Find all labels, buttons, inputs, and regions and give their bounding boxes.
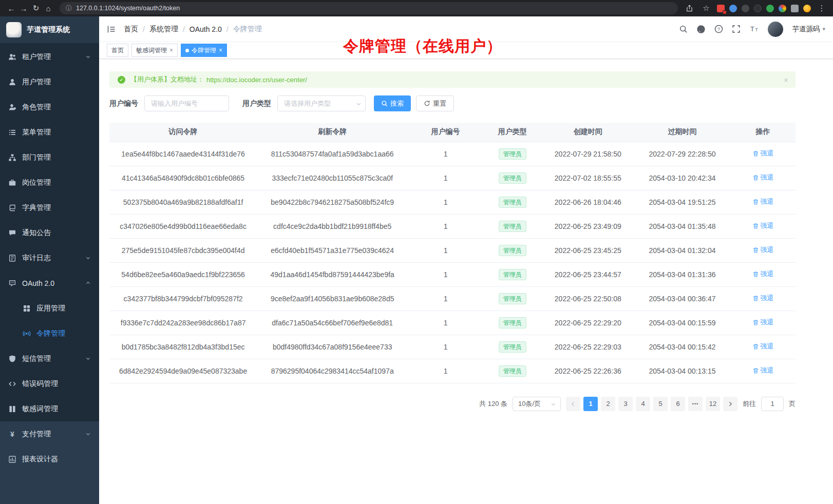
url-bar[interactable]: ⓘ 127.0.0.1:1024/system/oauth2/token	[60, 2, 678, 14]
tab-home[interactable]: 首页	[107, 44, 128, 57]
breadcrumb-separator: /	[183, 25, 185, 33]
breadcrumb-system[interactable]: 系统管理	[149, 25, 178, 34]
breadcrumb-home[interactable]: 首页	[124, 25, 138, 34]
share-icon[interactable]	[683, 2, 695, 14]
force-logout-button[interactable]: 强退	[752, 197, 774, 206]
page-button-4[interactable]: 4	[636, 397, 650, 411]
sidebar-item-oauth-tokens[interactable]: 令牌管理	[0, 321, 99, 346]
sidebar-item-menu[interactable]: 菜单管理	[0, 120, 99, 145]
user-type-select[interactable]	[277, 95, 366, 111]
table-row: 41c41346a548490f9dc8b01c6bfe0865 333ecfc…	[109, 166, 796, 190]
token-broadcast-icon	[23, 329, 31, 338]
page-button-1[interactable]: 1	[583, 397, 598, 411]
force-logout-button[interactable]: 强退	[752, 173, 774, 182]
search-button[interactable]: 搜索	[374, 95, 411, 111]
extensions-puzzle-icon[interactable]	[791, 5, 799, 12]
table-row: f9336e7c7dd242a283ee98dc86b17a87 dfa6c71…	[109, 311, 796, 335]
sidebar-collapse-icon[interactable]	[107, 25, 116, 34]
sidebar-item-announcement[interactable]: 通知公告	[0, 220, 99, 245]
user-avatar[interactable]	[768, 22, 783, 37]
sidebar-item-role[interactable]: 角色管理	[0, 94, 99, 120]
navbar-tools: ? TT 芋道源码 ▾	[679, 22, 825, 37]
cell-refresh-token: 333ecfc71e02480cb11055c875c3ca0f	[257, 166, 408, 190]
page-button-12[interactable]: 12	[706, 397, 720, 411]
help-icon[interactable]: ?	[714, 25, 723, 33]
prev-page-button[interactable]	[566, 397, 580, 411]
reload-icon[interactable]: ↻	[30, 2, 42, 14]
extension-colorful-icon[interactable]	[779, 5, 786, 12]
page-button-3[interactable]: 3	[618, 397, 633, 411]
extension-dark2-icon[interactable]	[754, 5, 762, 12]
cell-user-id: 1	[408, 142, 483, 166]
force-logout-button[interactable]: 强退	[752, 294, 774, 303]
close-tab-icon[interactable]: ×	[169, 47, 173, 53]
next-page-button[interactable]	[723, 397, 737, 411]
tab-sensitive-word[interactable]: 敏感词管理 ×	[131, 44, 178, 57]
browser-profile-avatar[interactable]	[803, 5, 811, 12]
doc-link[interactable]: https://doc.iocoder.cn/user-center/	[206, 76, 307, 84]
svg-text:?: ?	[717, 27, 720, 32]
user-menu[interactable]: 芋道源码 ▾	[792, 25, 825, 34]
sidebar-item-post[interactable]: 岗位管理	[0, 170, 99, 195]
more-pages-button[interactable]: •••	[688, 397, 703, 411]
app-logo[interactable]: 芋道管理系统	[0, 16, 99, 43]
sidebar-item-report-designer[interactable]: 报表设计器	[0, 447, 99, 472]
cell-access-token: b0d1785bc3a8482f812db4a3f3bd15ec	[109, 335, 257, 359]
sidebar-item-oauth-apps[interactable]: 应用管理	[0, 296, 99, 321]
extension-green-icon[interactable]	[766, 5, 774, 12]
force-logout-button[interactable]: 强退	[752, 318, 774, 327]
user-icon	[8, 78, 16, 86]
force-logout-button[interactable]: 强退	[752, 245, 774, 255]
forward-icon[interactable]: →	[17, 2, 30, 14]
sidebar-item-sms[interactable]: 短信管理	[0, 346, 99, 371]
close-tab-icon[interactable]: ×	[219, 47, 222, 53]
sidebar-item-dictionary[interactable]: 字典管理	[0, 195, 99, 220]
force-logout-button[interactable]: 强退	[752, 366, 774, 375]
sidebar-item-error-code[interactable]: 错误码管理	[0, 371, 99, 396]
user-type-badge: 管理员	[499, 341, 526, 353]
role-icon	[8, 103, 16, 111]
github-icon[interactable]	[696, 25, 706, 34]
page-content: ✓ 【用户体系】文档地址： https://doc.iocoder.cn/use…	[99, 59, 833, 504]
page-button-5[interactable]: 5	[653, 397, 668, 411]
page-button-6[interactable]: 6	[671, 397, 685, 411]
fullscreen-icon[interactable]	[732, 25, 741, 33]
extension-dark-icon[interactable]	[742, 5, 749, 12]
page-button-2[interactable]: 2	[601, 397, 615, 411]
goto-page-input[interactable]	[761, 397, 784, 411]
cell-user-type: 管理员	[483, 238, 542, 262]
font-size-icon[interactable]: TT	[749, 25, 759, 33]
delete-icon	[752, 319, 759, 326]
user-type-select-input[interactable]	[277, 95, 366, 111]
bookmark-star-icon[interactable]: ☆	[700, 2, 712, 14]
alert-close-icon[interactable]: ×	[784, 75, 788, 84]
force-logout-button[interactable]: 强退	[752, 149, 774, 158]
sidebar-item-audit-log[interactable]: 审计日志	[0, 245, 99, 270]
reset-button[interactable]: 重置	[416, 95, 454, 111]
force-logout-button[interactable]: 强退	[752, 269, 774, 279]
sidebar-item-sensitive-word[interactable]: 敏感词管理	[0, 396, 99, 421]
back-icon[interactable]: ←	[5, 2, 17, 14]
cell-user-id: 1	[408, 311, 483, 335]
user-type-label: 用户类型	[242, 99, 271, 108]
extension-blue-icon[interactable]	[729, 5, 737, 12]
cell-actions: 强退	[730, 190, 796, 214]
page-size-select[interactable]: 10条/页	[513, 397, 561, 411]
breadcrumb-oauth[interactable]: OAuth 2.0	[190, 25, 222, 33]
force-logout-button[interactable]: 强退	[752, 342, 774, 351]
search-icon[interactable]	[679, 25, 688, 33]
force-logout-button[interactable]: 强退	[752, 221, 774, 230]
extension-red-icon[interactable]	[717, 5, 725, 12]
sidebar-item-payment[interactable]: ¥ 支付管理	[0, 421, 99, 447]
tab-token-management[interactable]: 令牌管理 ×	[181, 44, 227, 57]
success-check-icon: ✓	[118, 76, 125, 84]
delete-icon	[752, 150, 759, 157]
user-id-input[interactable]	[144, 95, 229, 111]
sidebar-item-user[interactable]: 用户管理	[0, 69, 99, 94]
browser-menu-icon[interactable]: ⋮	[816, 2, 828, 14]
site-info-icon[interactable]: ⓘ	[66, 4, 72, 13]
home-icon[interactable]: ⌂	[42, 2, 54, 14]
sidebar-item-tenant[interactable]: 租户管理	[0, 44, 99, 69]
sidebar-item-oauth[interactable]: OAuth 2.0	[0, 270, 99, 296]
sidebar-item-department[interactable]: 部门管理	[0, 145, 99, 170]
